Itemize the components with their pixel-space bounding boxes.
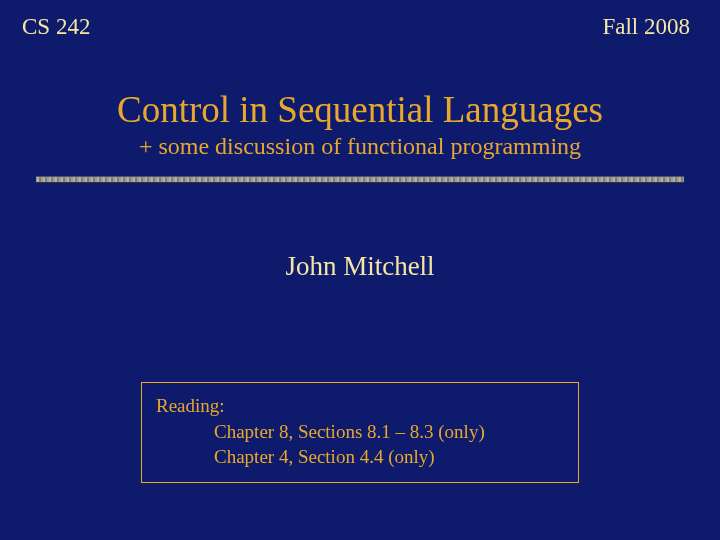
- subtitle: + some discussion of functional programm…: [0, 133, 720, 160]
- reading-line-1: Chapter 8, Sections 8.1 – 8.3 (only): [156, 419, 564, 445]
- header-row: CS 242 Fall 2008: [0, 0, 720, 40]
- reading-label: Reading:: [156, 393, 564, 419]
- title-block: Control in Sequential Languages + some d…: [0, 88, 720, 160]
- main-title: Control in Sequential Languages: [0, 88, 720, 131]
- term-label: Fall 2008: [602, 14, 690, 40]
- author-name: John Mitchell: [0, 251, 720, 282]
- course-code: CS 242: [22, 14, 90, 40]
- divider-bar: [36, 176, 684, 183]
- reading-line-2: Chapter 4, Section 4.4 (only): [156, 444, 564, 470]
- reading-box: Reading: Chapter 8, Sections 8.1 – 8.3 (…: [141, 382, 579, 483]
